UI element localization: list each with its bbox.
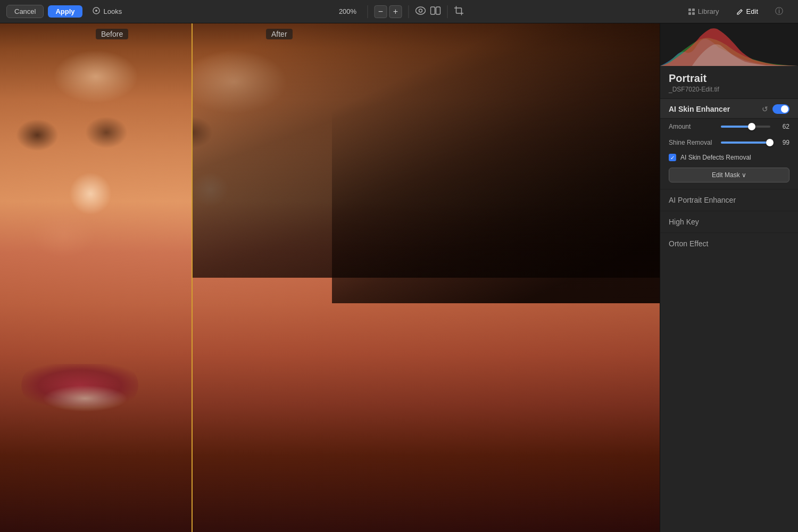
edit-tab-button[interactable]: Edit <box>728 4 767 19</box>
svg-rect-4 <box>431 7 435 14</box>
shine-slider-row: Shine Removal 99 <box>660 135 798 151</box>
svg-point-2 <box>416 7 426 14</box>
svg-rect-6 <box>688 9 691 11</box>
reset-button[interactable]: ↺ <box>762 105 768 113</box>
info-icon: ⓘ <box>775 6 783 16</box>
split-view-button[interactable] <box>430 6 441 17</box>
info-tab-button[interactable]: ⓘ <box>767 3 792 20</box>
shine-value: 99 <box>775 139 789 146</box>
library-tab-label: Library <box>698 7 719 15</box>
svg-rect-9 <box>692 12 695 15</box>
panel-filename: _DSF7020-Edit.tif <box>660 86 798 98</box>
preview-toggle-button[interactable] <box>415 6 426 17</box>
toolbar: Cancel Apply Looks 200% − + <box>0 0 798 23</box>
ai-skin-enhancer-section-header: AI Skin Enhancer ↺ <box>660 98 798 119</box>
amount-label: Amount <box>669 123 717 130</box>
histogram <box>660 23 798 66</box>
library-tab-button[interactable]: Library <box>679 4 728 19</box>
looks-button[interactable]: Looks <box>92 6 122 16</box>
amount-value: 62 <box>775 123 789 130</box>
looks-label: Looks <box>104 7 122 15</box>
high-key-label: High Key <box>669 218 699 226</box>
ai-skin-enhancer-title: AI Skin Enhancer <box>669 105 730 113</box>
zoom-minus-button[interactable]: − <box>375 5 387 18</box>
cancel-button[interactable]: Cancel <box>6 5 44 18</box>
defects-checkbox-row: AI Skin Defects Removal <box>660 151 798 164</box>
orton-effect-section[interactable]: Orton Effect <box>660 232 798 254</box>
shine-label: Shine Removal <box>669 139 717 146</box>
main-area: Before After Portrait _DSF7020-Edit.tif <box>0 23 798 532</box>
amount-slider-thumb[interactable] <box>748 123 755 130</box>
histogram-chart <box>660 23 798 66</box>
section-controls: ↺ <box>762 104 789 114</box>
amount-slider[interactable] <box>721 126 770 128</box>
after-photo <box>192 23 660 532</box>
svg-rect-7 <box>692 9 695 11</box>
zoom-level[interactable]: 200% <box>335 7 361 15</box>
high-key-section[interactable]: High Key <box>660 211 798 232</box>
split-divider[interactable] <box>192 23 193 532</box>
shine-slider[interactable] <box>721 142 770 144</box>
panel-title: Portrait <box>660 66 798 86</box>
svg-point-1 <box>95 10 97 12</box>
zoom-controls: − + <box>375 5 402 18</box>
amount-slider-fill <box>721 126 752 128</box>
looks-icon <box>92 6 101 16</box>
canvas-area: Before After <box>0 23 660 532</box>
amount-slider-row: Amount 62 <box>660 119 798 135</box>
defects-checkbox[interactable] <box>669 154 676 161</box>
ai-portrait-enhancer-section[interactable]: AI Portrait Enhancer <box>660 189 798 211</box>
svg-rect-8 <box>688 12 691 15</box>
ai-portrait-enhancer-label: AI Portrait Enhancer <box>669 196 736 204</box>
svg-rect-5 <box>436 7 440 14</box>
edit-mask-button[interactable]: Edit Mask ∨ <box>669 168 789 182</box>
orton-effect-label: Orton Effect <box>669 239 708 248</box>
toggle-switch[interactable] <box>772 104 789 114</box>
before-photo <box>0 23 192 532</box>
edit-tab-label: Edit <box>746 7 758 15</box>
crop-button[interactable] <box>454 6 464 18</box>
photo-container: Before After <box>0 23 660 532</box>
zoom-plus-button[interactable]: + <box>389 5 402 18</box>
apply-button[interactable]: Apply <box>48 5 82 18</box>
shine-slider-thumb[interactable] <box>766 139 774 146</box>
right-panel: Portrait _DSF7020-Edit.tif AI Skin Enhan… <box>660 23 798 532</box>
defects-label: AI Skin Defects Removal <box>680 154 751 161</box>
shine-slider-fill <box>721 142 770 144</box>
svg-point-3 <box>419 9 422 12</box>
